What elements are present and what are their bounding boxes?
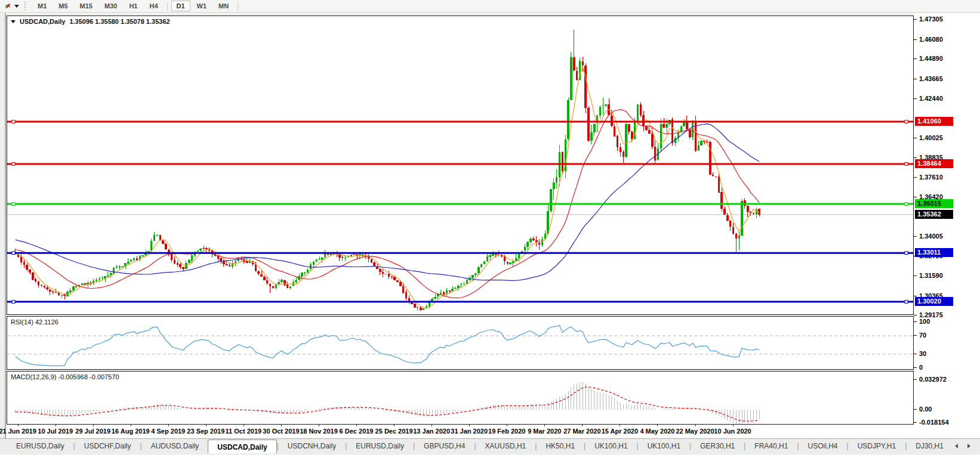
candle-body <box>747 206 749 212</box>
date-axis-label: 31 Jan 2020 <box>451 428 488 435</box>
date-axis-label: 21 Jun 2019 <box>0 428 36 435</box>
hline-handle[interactable] <box>905 202 908 205</box>
hline-handle[interactable] <box>905 120 908 123</box>
tab-gbpusd-h4[interactable]: GBPUSD,H4 <box>415 439 474 453</box>
rsi-panel[interactable]: RSI(14) 42.1126 <box>7 316 914 370</box>
candle-body <box>368 257 370 259</box>
tab-fra40-h1[interactable]: FRA40,H1 <box>745 439 797 453</box>
date-tick-mark <box>56 425 56 426</box>
candle-body <box>698 146 700 151</box>
hline-handle[interactable] <box>905 252 908 255</box>
hline-handle[interactable] <box>905 163 908 166</box>
candle-body <box>202 248 205 249</box>
timeframe-button-m1[interactable]: M1 <box>32 1 52 11</box>
rsi-canvas[interactable] <box>7 317 913 369</box>
tab-hk50-h1[interactable]: HK50,H1 <box>537 439 584 453</box>
rsi-tick-label: 30 <box>919 350 926 358</box>
tab-eurusd-daily[interactable]: EURUSD,Daily <box>347 439 413 453</box>
candle-body <box>637 104 639 122</box>
candle-body <box>72 286 75 290</box>
date-tick-mark <box>582 425 583 426</box>
candle-body <box>171 254 173 261</box>
candle-body <box>602 106 605 106</box>
price-axis[interactable]: 1.473051.460801.448901.436651.424401.400… <box>914 13 980 438</box>
tab-scroll-left-icon[interactable] <box>955 444 958 448</box>
current-price-flag: 1.35362 <box>915 210 953 219</box>
tab-dj30-h1[interactable]: DJ30,H1 <box>907 439 953 453</box>
hline-handle[interactable] <box>12 120 15 123</box>
date-tick-mark <box>544 425 545 426</box>
date-axis-label: 10 Jun 2020 <box>714 428 751 435</box>
timeframe-toolbar: M1M5M15M30H1H4D1W1MN <box>0 0 980 13</box>
one-click-trading-toggle-icon[interactable] <box>11 20 16 23</box>
candle-body <box>529 239 532 242</box>
candle-body <box>706 142 708 143</box>
candle-body <box>582 61 584 66</box>
date-tick-mark <box>695 425 696 426</box>
candle-body <box>246 261 248 262</box>
candle-body <box>321 258 323 260</box>
tab-usdcnh-daily[interactable]: USDCNH,Daily <box>279 439 345 453</box>
moving-average-5[interactable] <box>16 67 759 308</box>
hline-handle[interactable] <box>12 163 15 166</box>
date-axis-label: 4 Sep 2019 <box>151 428 185 435</box>
candle-body <box>263 277 266 280</box>
candle-body <box>723 209 726 215</box>
macd-canvas[interactable] <box>7 372 913 424</box>
candle-body <box>590 132 593 141</box>
main-chart-panel[interactable]: USDCAD,Daily 1.35096 1.35580 1.35078 1.3… <box>7 16 914 315</box>
price-tick-label: 1.37610 <box>919 174 943 181</box>
hline-handle[interactable] <box>12 300 15 303</box>
tab-audusd-daily[interactable]: AUDUSD,Daily <box>142 439 208 453</box>
candle-body <box>136 258 138 260</box>
tab-uk100-h1[interactable]: UK100,H1 <box>639 439 689 453</box>
hline-handle[interactable] <box>12 202 15 205</box>
tab-eurusd-daily[interactable]: EURUSD,Daily <box>7 439 73 453</box>
tab-usoil-h4[interactable]: USOil,H4 <box>799 439 847 453</box>
timeframe-button-w1[interactable]: W1 <box>192 1 212 11</box>
macd-tick-label: 0.00 <box>919 406 932 413</box>
price-tick-mark <box>914 79 917 79</box>
tab-xauusd-h1[interactable]: XAUUSD,H1 <box>476 439 535 453</box>
price-tick-label: 1.43665 <box>919 75 943 83</box>
timeframe-button-m5[interactable]: M5 <box>53 1 73 11</box>
candle-body <box>617 136 619 147</box>
rsi-tick-label: 100 <box>919 318 930 326</box>
hline-handle[interactable] <box>12 252 15 255</box>
tab-usdjpy-h1[interactable]: USDJPY,H1 <box>849 439 905 453</box>
date-axis-label: 23 Sep 2019 <box>187 428 224 435</box>
rsi-tick-mark <box>914 321 917 322</box>
chart-arrows-dropdown-icon[interactable] <box>14 5 19 8</box>
timeframe-button-m15[interactable]: M15 <box>75 1 98 11</box>
candle-body <box>486 256 489 261</box>
tab-usdcad-daily[interactable]: USDCAD,Daily <box>208 439 276 453</box>
candle-body <box>133 258 135 260</box>
moving-average-50[interactable] <box>16 124 759 281</box>
date-axis-label: 27 Mar 2020 <box>563 428 600 435</box>
timeframe-button-h1[interactable]: H1 <box>124 1 143 11</box>
tab-usdchf-daily[interactable]: USDCHF,Daily <box>75 439 140 453</box>
timeframe-button-m30[interactable]: M30 <box>99 1 122 11</box>
macd-panel[interactable]: MACD(12,26,9) -0.005968 -0.007570 <box>7 371 914 425</box>
chart-arrows-icon[interactable] <box>2 1 13 11</box>
candle-body <box>620 147 622 152</box>
chart-ohlc-values: 1.35096 1.35580 1.35078 1.35362 <box>69 18 170 25</box>
toolbar-grip[interactable] <box>24 2 27 10</box>
macd-signal-line <box>16 387 759 422</box>
main-chart-canvas[interactable] <box>7 16 913 314</box>
hline-handle[interactable] <box>905 300 908 303</box>
tab-uk100-h1[interactable]: UK100,H1 <box>585 439 636 453</box>
candle-body <box>741 201 743 236</box>
tab-ger30-h1[interactable]: GER30,H1 <box>691 439 744 453</box>
candle-body <box>266 280 269 283</box>
tab-scroll-right-icon[interactable] <box>967 444 970 448</box>
timeframe-button-mn[interactable]: MN <box>213 1 234 11</box>
date-axis-label: 10 Jul 2019 <box>38 428 73 435</box>
candle-body <box>197 250 199 252</box>
timeframe-button-d1[interactable]: D1 <box>171 1 190 11</box>
candle-body <box>38 281 40 285</box>
candle-body <box>573 57 575 71</box>
macd-tick-label: -0.018154 <box>919 419 949 426</box>
timeframe-button-h4[interactable]: H4 <box>144 1 163 11</box>
price-tick-mark <box>914 138 917 138</box>
